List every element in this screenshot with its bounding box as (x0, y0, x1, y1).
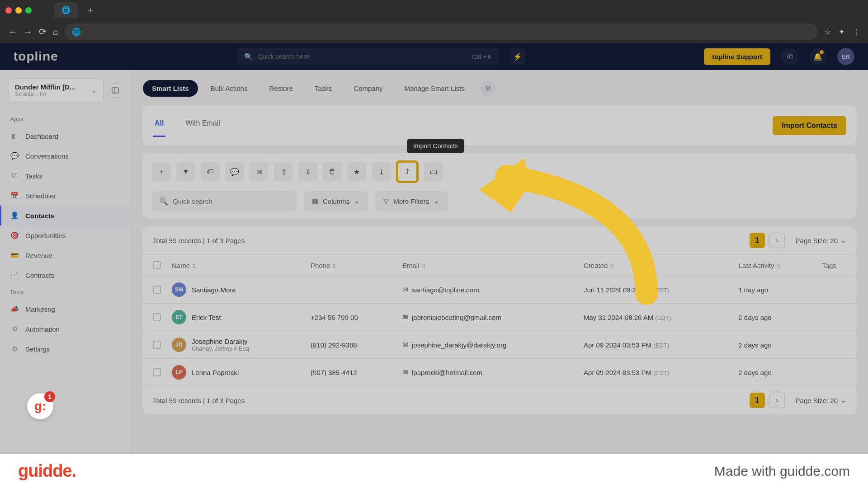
bolt-icon[interactable]: ⚡ (510, 49, 525, 64)
columns-dropdown[interactable]: ▦ Columns ⌄ (304, 191, 368, 211)
megaphone-icon: 📣 (10, 305, 19, 313)
quick-search[interactable]: 🔍 (152, 191, 297, 211)
site-info-icon: 🌐 (72, 28, 81, 36)
top-tabs: Smart Lists Bulk Actions Restore Tasks C… (143, 80, 856, 97)
user-avatar[interactable]: ER (837, 48, 854, 65)
row-checkbox[interactable] (153, 313, 161, 321)
close-window-icon[interactable] (5, 7, 12, 14)
reload-icon[interactable]: ⟳ (39, 26, 47, 37)
quick-search-input[interactable] (173, 197, 289, 205)
table-row[interactable]: LPLenna Paprocki (907) 385-4412 ✉lpaproc… (143, 359, 856, 386)
download-button[interactable]: ⤓ (372, 162, 391, 181)
tab-bulk-actions[interactable]: Bulk Actions (202, 80, 257, 97)
select-all-checkbox[interactable] (153, 261, 161, 269)
table-row[interactable]: JDJosephine DarakjyChanay, Jeffrey A Esq… (143, 331, 856, 359)
col-created[interactable]: Created⇅ (578, 255, 733, 276)
address-bar[interactable]: 🌐 (65, 23, 818, 40)
col-phone[interactable]: Phone⇅ (305, 255, 397, 276)
tab-settings-icon[interactable]: ⚙ (480, 81, 495, 96)
star-icon: ★ (354, 168, 360, 176)
document-icon: 📄 (10, 271, 19, 279)
row-checkbox[interactable] (153, 286, 161, 294)
page-next-button[interactable]: › (769, 393, 785, 408)
col-name[interactable]: Name⇅ (166, 255, 305, 276)
archive-button[interactable]: 🗃 (424, 162, 443, 181)
minimize-window-icon[interactable] (15, 7, 22, 14)
subtab-all[interactable]: All (153, 114, 165, 137)
tab-smartlists[interactable]: Smart Lists (143, 80, 198, 97)
new-tab-button[interactable]: + (88, 5, 94, 16)
global-search-input[interactable] (258, 53, 467, 60)
table-row[interactable]: ETErick Test +234 56 799 00 ✉jabronipieb… (143, 304, 856, 331)
table-row[interactable]: SMSantiago Mora ✉santiago@topline.com Ju… (143, 276, 856, 304)
tab-manage-smartlists[interactable]: Manage Smart Lists (396, 80, 474, 97)
guidde-badge[interactable]: g: 1 (27, 393, 53, 419)
col-email[interactable]: Email⇅ (397, 255, 578, 276)
sidebar-item-opportunities[interactable]: 🎯Opportunities (0, 225, 131, 245)
sidebar-item-label: Revenue (25, 252, 52, 259)
page-size-select[interactable]: Page Size: 20⌄ (796, 396, 846, 404)
row-checkbox[interactable] (153, 368, 161, 376)
contact-company: Chanay, Jeffrey A Esq (192, 345, 249, 352)
sidebar-item-dashboard[interactable]: ◧Dashboard (0, 126, 131, 146)
collapse-sidebar-button[interactable] (108, 83, 123, 98)
sidebar-item-tasks[interactable]: ☑Tasks (0, 166, 131, 186)
export-home-button[interactable]: ⇩ (298, 162, 317, 181)
workspace-subtitle: Scranton, PA (15, 91, 86, 97)
tag-button[interactable]: 🏷 (201, 162, 220, 181)
envelope-icon: ✉ (402, 313, 408, 321)
sidebar-item-scheduler[interactable]: 📅Scheduler (0, 186, 131, 206)
page-next-button[interactable]: › (769, 233, 785, 248)
svg-rect-0 (112, 88, 118, 93)
workspace-selector[interactable]: Dunder Mifflin [D... Scranton, PA ⌄ (8, 78, 104, 102)
tab-restore[interactable]: Restore (260, 80, 302, 97)
contact-name: Josephine Darakjy (192, 338, 249, 345)
menu-icon[interactable]: ⋮ (853, 28, 860, 36)
filter-button[interactable]: ▼ (176, 162, 195, 181)
sidebar-item-automation[interactable]: ⚙Automation (0, 319, 131, 339)
search-icon: 🔍 (159, 197, 168, 206)
support-button[interactable]: topline Support (704, 48, 770, 65)
star-button[interactable]: ★ (347, 162, 366, 181)
forward-icon[interactable]: → (24, 27, 33, 37)
global-search[interactable]: 🔍 Ctrl + K (237, 48, 499, 65)
columns-label: Columns (323, 197, 349, 205)
page-size-select[interactable]: Page Size: 20⌄ (796, 236, 846, 244)
import-contacts-button[interactable]: Import Contacts (773, 116, 846, 135)
guidde-g-icon: g: (34, 399, 46, 413)
extensions-icon[interactable]: ✦ (839, 28, 844, 36)
delete-button[interactable]: 🗑 (323, 162, 342, 181)
sidebar-item-revenue[interactable]: 💳Revenue (0, 245, 131, 265)
back-icon[interactable]: ← (8, 27, 17, 37)
col-last-activity[interactable]: Last Activity⇅ (733, 255, 816, 276)
bell-icon[interactable]: 🔔 (809, 48, 826, 65)
contact-last-activity: 2 days ago (733, 304, 816, 331)
message-icon: 💬 (230, 168, 239, 176)
contact-avatar: SM (172, 282, 186, 297)
sidebar-item-conversations[interactable]: 💬Conversations (0, 146, 131, 166)
import-contacts-icon-button[interactable]: ⤴ (396, 160, 419, 183)
contact-phone: (810) 292-9388 (305, 331, 397, 359)
more-filters-dropdown[interactable]: ▽ More Filters ⌄ (375, 191, 448, 211)
maximize-window-icon[interactable] (25, 7, 32, 14)
bookmark-icon[interactable]: ☆ (824, 28, 830, 36)
sidebar-item-marketing[interactable]: 📣Marketing (0, 299, 131, 319)
sidebar-item-contacts[interactable]: 👤Contacts (0, 206, 131, 225)
home-icon[interactable]: ⌂ (53, 27, 58, 37)
message-button[interactable]: 💬 (225, 162, 244, 181)
sidebar-item-contracts[interactable]: 📄Contracts (0, 265, 131, 285)
browser-tab[interactable]: 🌐 (54, 2, 78, 18)
page-current[interactable]: 1 (750, 393, 765, 408)
page-current[interactable]: 1 (750, 233, 765, 248)
row-checkbox[interactable] (153, 341, 161, 349)
guidde-attribution: Made with guidde.com (714, 464, 850, 479)
contact-phone (305, 276, 397, 304)
tab-tasks[interactable]: Tasks (306, 80, 341, 97)
email-button[interactable]: ✉ (250, 162, 269, 181)
subtab-with-email[interactable]: With Email (184, 114, 222, 137)
add-button[interactable]: ＋ (152, 162, 171, 181)
phone-icon[interactable]: ✆ (781, 48, 798, 65)
tab-company[interactable]: Company (344, 80, 392, 97)
home-action-button[interactable]: ⇧ (274, 162, 293, 181)
sidebar-item-settings[interactable]: ⚙Settings (0, 339, 131, 359)
